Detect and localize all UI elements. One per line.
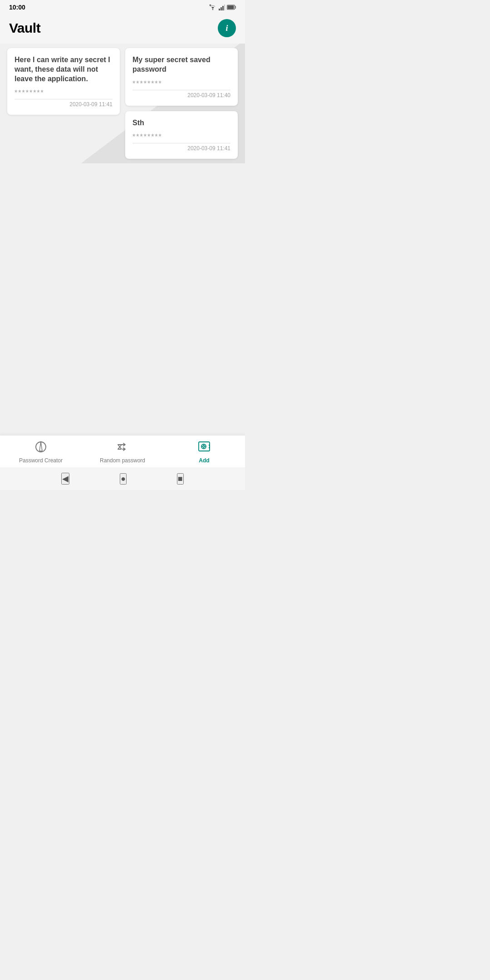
card-title-2: My super secret saved password bbox=[132, 55, 230, 74]
svg-rect-2 bbox=[219, 9, 220, 10]
card-password-3: ******** bbox=[132, 133, 230, 143]
card-date-2: 2020-03-09 11:40 bbox=[132, 92, 230, 98]
vault-add-icon bbox=[198, 441, 211, 456]
card-title-1: Here I can write any secret I want, thes… bbox=[15, 55, 113, 83]
status-icons bbox=[209, 4, 236, 10]
vault-card-2[interactable]: My super secret saved password ******** … bbox=[125, 48, 238, 106]
signal-icon bbox=[219, 4, 225, 10]
compass-icon bbox=[35, 441, 47, 456]
android-nav-bar: ◀ ● ■ bbox=[0, 467, 245, 490]
svg-point-17 bbox=[203, 446, 205, 447]
card-password-1: ******** bbox=[15, 89, 113, 99]
card-title-3: Sth bbox=[132, 118, 230, 128]
card-date-1: 2020-03-09 11:41 bbox=[15, 101, 113, 108]
svg-rect-3 bbox=[220, 7, 222, 10]
recents-button[interactable]: ■ bbox=[177, 473, 184, 485]
info-icon: i bbox=[225, 24, 228, 33]
main-content: Here I can write any secret I want, thes… bbox=[0, 44, 245, 163]
svg-rect-5 bbox=[224, 5, 225, 10]
nav-password-creator[interactable]: Password Creator bbox=[0, 441, 82, 464]
info-button[interactable]: i bbox=[218, 19, 236, 37]
svg-rect-7 bbox=[228, 5, 234, 9]
app-header: Vault i bbox=[0, 13, 245, 44]
nav-random-password[interactable]: Random password bbox=[82, 441, 163, 464]
svg-rect-4 bbox=[222, 6, 224, 10]
bottom-navigation: Password Creator Random password bbox=[0, 435, 245, 467]
nav-label-random-password: Random password bbox=[100, 457, 145, 464]
svg-line-10 bbox=[41, 442, 42, 451]
nav-add[interactable]: Add bbox=[163, 441, 245, 464]
wifi-icon bbox=[209, 4, 217, 10]
status-bar: 10:00 bbox=[0, 0, 245, 13]
cards-grid: Here I can write any secret I want, thes… bbox=[7, 48, 238, 159]
svg-line-9 bbox=[39, 442, 41, 451]
back-button[interactable]: ◀ bbox=[61, 473, 69, 485]
shuffle-icon bbox=[117, 441, 128, 456]
vault-card-3[interactable]: Sth ******** 2020-03-09 11:41 bbox=[125, 111, 238, 159]
nav-label-password-creator: Password Creator bbox=[19, 457, 63, 464]
status-time: 10:00 bbox=[9, 4, 25, 11]
right-column: My super secret saved password ******** … bbox=[125, 48, 238, 159]
card-date-3: 2020-03-09 11:41 bbox=[132, 145, 230, 152]
page-title: Vault bbox=[9, 20, 40, 36]
svg-rect-15 bbox=[199, 442, 210, 451]
battery-icon bbox=[227, 5, 236, 10]
nav-label-add: Add bbox=[199, 457, 209, 464]
vault-card-1[interactable]: Here I can write any secret I want, thes… bbox=[7, 48, 120, 115]
card-password-2: ******** bbox=[132, 80, 230, 90]
home-button[interactable]: ● bbox=[120, 473, 127, 485]
svg-point-11 bbox=[40, 441, 42, 443]
